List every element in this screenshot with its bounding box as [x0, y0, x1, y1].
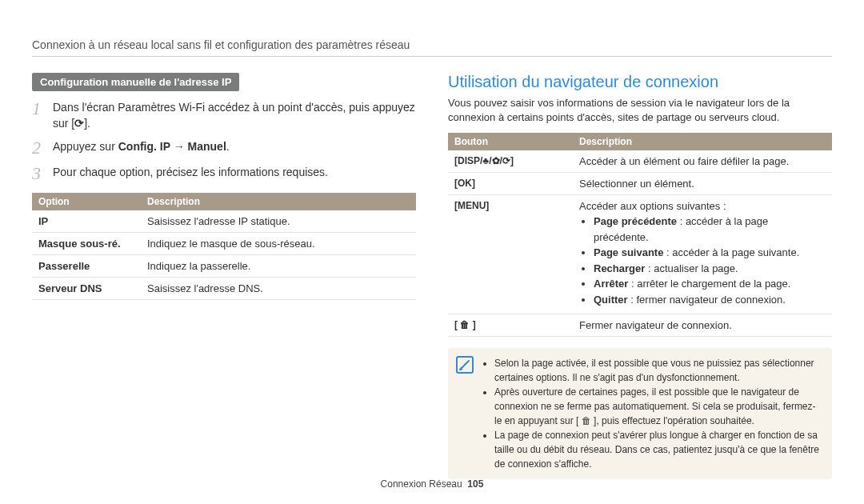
- table-row: PasserelleIndiquez la passerelle.: [32, 254, 416, 277]
- intro-text: Vous pouvez saisir vos informations de s…: [448, 96, 832, 125]
- table-row: [ 🗑 ] Fermer navigateur de connexion.: [448, 314, 832, 337]
- footer-label: Connexion Réseau: [381, 478, 462, 490]
- step-number: 1: [32, 99, 53, 118]
- options-table: Option Description IPSaisissez l'adresse…: [32, 193, 416, 300]
- table-row: IPSaisissez l'adresse IP statique.: [32, 210, 416, 233]
- list-item: Quitter : fermer navigateur de connexion…: [594, 292, 826, 308]
- section-pill: Configuration manuelle de l'adresse IP: [32, 73, 239, 91]
- page-root: Connexion à un réseau local sans fil et …: [0, 0, 864, 504]
- button-label: [MENU]: [448, 195, 573, 314]
- table-header-row: Bouton Description: [448, 133, 832, 150]
- content-columns: Configuration manuelle de l'adresse IP 1…: [32, 73, 832, 479]
- table-row: [OK] Sélectionner un élément.: [448, 173, 832, 195]
- col-option: Option: [32, 193, 141, 210]
- chapter-breadcrumb: Connexion à un réseau local sans fil et …: [32, 38, 832, 51]
- button-label: [ 🗑 ]: [448, 314, 573, 337]
- step-text: Dans l'écran Paramètres Wi-Fi accédez à …: [53, 99, 416, 132]
- table-row: Masque sous-ré.Indiquez le masque de sou…: [32, 232, 416, 254]
- step-text: Appuyez sur Config. IP → Manuel.: [53, 138, 230, 154]
- note-item: Selon la page activée, il est possible q…: [494, 356, 821, 385]
- timer-icon: ⟳: [74, 117, 84, 130]
- table-row: [MENU] Accéder aux options suivantes : P…: [448, 195, 832, 314]
- table-row: [DISP/♣/✿/⟳] Accéder à un élément ou fai…: [448, 150, 832, 173]
- step-item: 3 Pour chaque option, précisez les infor…: [32, 164, 416, 183]
- button-desc: Sélectionner un élément.: [573, 173, 832, 195]
- list-item: Page précédente : accéder à la page préc…: [594, 214, 826, 245]
- step-list: 1 Dans l'écran Paramètres Wi-Fi accédez …: [32, 99, 416, 183]
- note-icon: [456, 356, 474, 374]
- list-item: Arrêter : arrêter le chargement de la pa…: [594, 276, 826, 292]
- table-header-row: Option Description: [32, 193, 416, 210]
- column-left: Configuration manuelle de l'adresse IP 1…: [32, 73, 416, 479]
- col-description: Description: [573, 133, 832, 150]
- button-desc: Accéder aux options suivantes : Page pré…: [573, 195, 832, 314]
- step-number: 2: [32, 138, 53, 158]
- button-desc: Accéder à un élément ou faire défiler la…: [573, 150, 832, 173]
- list-item: Page suivante : accéder à la page suivan…: [594, 245, 826, 261]
- divider: [32, 56, 832, 57]
- note-item: Après ouverture de certaines pages, il e…: [494, 385, 821, 428]
- note-item: La page de connexion peut s'avérer plus …: [494, 428, 821, 471]
- list-item: Recharger : actualiser la page.: [594, 261, 826, 277]
- step-text: Pour chaque option, précisez les informa…: [53, 164, 328, 180]
- col-description: Description: [141, 193, 416, 210]
- col-bouton: Bouton: [448, 133, 573, 150]
- button-desc: Fermer navigateur de connexion.: [573, 314, 832, 337]
- note-box: Selon la page activée, il est possible q…: [448, 348, 832, 479]
- step-item: 1 Dans l'écran Paramètres Wi-Fi accédez …: [32, 99, 416, 132]
- buttons-table: Bouton Description [DISP/♣/✿/⟳] Accéder …: [448, 133, 832, 337]
- button-label: [OK]: [448, 173, 573, 195]
- column-right: Utilisation du navigateur de connexion V…: [448, 73, 832, 479]
- page-number: 105: [467, 478, 483, 490]
- note-list: Selon la page activée, il est possible q…: [494, 356, 821, 471]
- button-label: [DISP/♣/✿/⟳]: [448, 150, 573, 173]
- table-row: Serveur DNSSaisissez l'adresse DNS.: [32, 277, 416, 299]
- page-footer: Connexion Réseau 105: [0, 478, 864, 490]
- section-heading: Utilisation du navigateur de connexion: [448, 73, 832, 91]
- step-item: 2 Appuyez sur Config. IP → Manuel.: [32, 138, 416, 158]
- step-number: 3: [32, 164, 53, 183]
